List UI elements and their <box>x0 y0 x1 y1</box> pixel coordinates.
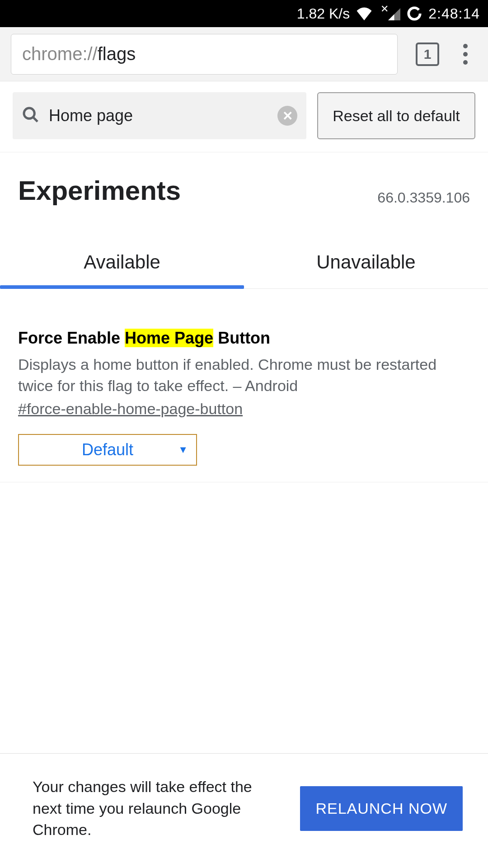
search-highlight: Home Page <box>125 329 213 347</box>
tab-switcher-button[interactable]: 1 <box>416 42 439 66</box>
flag-permalink[interactable]: #force-enable-home-page-button <box>18 400 470 418</box>
overflow-menu-button[interactable] <box>452 44 479 65</box>
svg-point-1 <box>24 108 34 118</box>
flag-description: Displays a home button if enabled. Chrom… <box>18 354 470 396</box>
browser-toolbar: chrome://flags 1 <box>0 27 488 81</box>
search-icon <box>22 106 40 126</box>
flag-title: Force Enable Home Page Button <box>18 329 470 348</box>
tab-available[interactable]: Available <box>0 251 244 288</box>
tab-count: 1 <box>424 47 432 62</box>
url-path: flags <box>98 44 136 64</box>
select-value: Default <box>82 440 133 459</box>
reset-label: Reset all to default <box>333 106 460 126</box>
tab-unavailable[interactable]: Unavailable <box>244 251 488 288</box>
clear-search-button[interactable]: ✕ <box>277 106 297 126</box>
network-speed: 1.82 K/s <box>297 5 350 22</box>
relaunch-bar: Your changes will take effect the next t… <box>0 753 488 868</box>
flags-search-input[interactable]: Home page ✕ <box>13 92 306 139</box>
close-icon: ✕ <box>282 108 293 123</box>
url-scheme: chrome:// <box>22 44 98 64</box>
chevron-down-icon: ▼ <box>178 444 188 456</box>
reset-all-button[interactable]: Reset all to default <box>317 92 475 139</box>
svg-line-2 <box>33 117 38 122</box>
page-header: Experiments 66.0.3359.106 <box>0 152 488 211</box>
relaunch-button[interactable]: RELAUNCH NOW <box>300 786 463 831</box>
svg-point-0 <box>408 8 420 19</box>
clock: 2:48:14 <box>428 5 480 22</box>
chrome-version: 66.0.3359.106 <box>377 189 470 206</box>
flags-toolbar: Home page ✕ Reset all to default <box>0 81 488 152</box>
relaunch-message: Your changes will take effect the next t… <box>33 776 282 841</box>
wifi-icon <box>356 7 372 20</box>
data-sync-icon <box>407 6 422 21</box>
tabs: Available Unavailable <box>0 251 488 289</box>
cell-signal-icon: ✕ <box>379 7 400 20</box>
url-bar[interactable]: chrome://flags <box>11 34 398 75</box>
search-query: Home page <box>40 106 277 125</box>
page-title: Experiments <box>18 175 181 206</box>
flag-state-select[interactable]: Default ▼ <box>18 434 197 466</box>
android-statusbar: 1.82 K/s ✕ 2:48:14 <box>0 0 488 27</box>
flag-item: Force Enable Home Page Button Displays a… <box>0 289 488 482</box>
